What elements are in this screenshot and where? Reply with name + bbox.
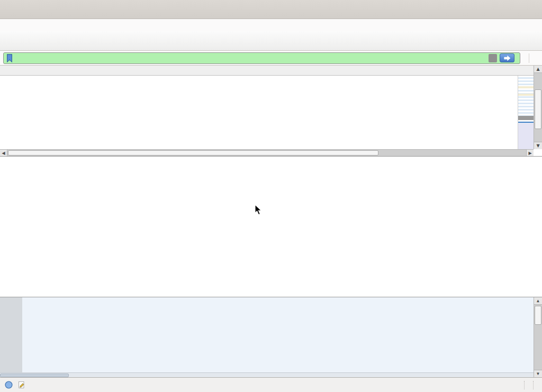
scroll-thumb[interactable] <box>0 373 69 377</box>
scroll-right-icon[interactable]: ▶ <box>526 150 534 156</box>
scroll-thumb[interactable] <box>8 150 378 156</box>
packet-list-header <box>0 66 534 76</box>
packet-list-vscrollbar[interactable]: ▲ ▼ <box>534 66 542 149</box>
wireshark-window: ▲ ▼ ◀ ▶ ▲ ▼ <box>0 0 542 392</box>
scroll-thumb[interactable] <box>535 89 541 129</box>
scroll-left-icon[interactable]: ◀ <box>0 150 7 156</box>
scroll-up-icon[interactable]: ▲ <box>534 297 542 305</box>
close-icon[interactable] <box>526 4 538 15</box>
filter-bar <box>0 51 542 66</box>
packet-list-pane: ▲ ▼ ◀ ▶ <box>0 66 542 157</box>
scroll-thumb[interactable] <box>535 306 541 325</box>
expert-info-icon[interactable] <box>4 380 13 389</box>
scroll-down-icon[interactable]: ▼ <box>534 142 542 149</box>
packet-bytes-pane: ▲ ▼ <box>0 297 542 378</box>
menu-bar <box>0 19 542 31</box>
hex-hscrollbar[interactable] <box>0 372 534 377</box>
status-bar <box>0 378 542 392</box>
status-divider <box>533 381 534 389</box>
hex-offset-gutter <box>0 297 22 377</box>
scroll-down-icon[interactable]: ▼ <box>534 370 542 377</box>
packet-list-hscrollbar[interactable]: ◀ ▶ <box>0 149 534 156</box>
filter-clear-icon[interactable] <box>489 54 497 62</box>
filter-apply-icon[interactable] <box>500 53 514 62</box>
main-toolbar <box>0 31 542 51</box>
capture-comment-icon[interactable] <box>17 380 26 389</box>
filter-separator <box>529 53 529 63</box>
title-bar[interactable] <box>0 0 542 19</box>
bookmark-icon[interactable] <box>5 53 14 63</box>
display-filter-input[interactable] <box>3 52 520 64</box>
packet-details-pane <box>0 157 542 297</box>
status-divider <box>524 381 525 389</box>
scroll-up-icon[interactable]: ▲ <box>534 66 542 73</box>
hex-vscrollbar[interactable]: ▲ ▼ <box>534 297 542 377</box>
packet-minimap[interactable] <box>518 76 534 150</box>
